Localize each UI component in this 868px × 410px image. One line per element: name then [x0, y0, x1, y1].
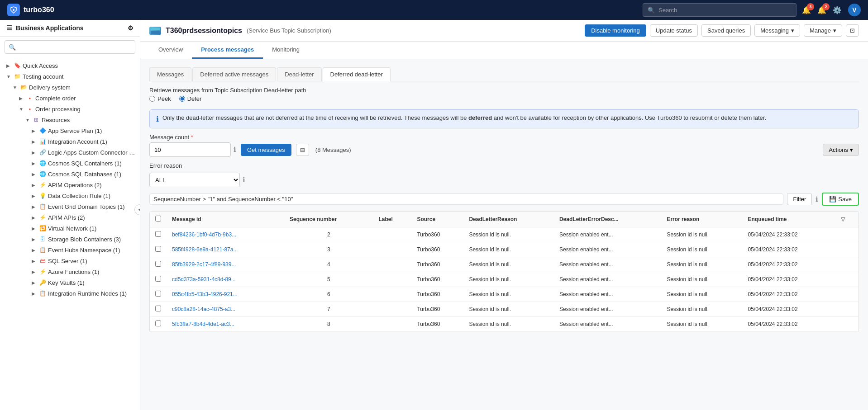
sub-tab-messages[interactable]: Messages — [149, 67, 191, 81]
select-all-checkbox[interactable] — [155, 216, 161, 221]
table-row: 585f4928-6e9a-4121-87a... 3 Turbo360 Ses… — [150, 242, 858, 257]
sidebar-item-key-vaults[interactable]: ▶ 🔑 Key Vaults (1) — [0, 277, 140, 288]
col-filter-icon[interactable]: ▽ — [835, 212, 858, 227]
message-count-section: Message count * ℹ Get messages ⊟ (8 Mess… — [149, 134, 859, 157]
sidebar: ☰ Business Applications ⚙ 🔍 ▶ 🔖 Quick Ac… — [0, 20, 140, 410]
messages-count: (8 Messages) — [315, 146, 351, 153]
error-reason-select[interactable]: ALL — [149, 173, 240, 187]
row-checkbox-cell[interactable] — [150, 287, 167, 302]
row-checkbox-cell[interactable] — [150, 302, 167, 317]
table-row: c90c8a28-14ac-4875-a3... 7 Turbo360 Sess… — [150, 302, 858, 317]
chevron-right-icon: ▶ — [32, 193, 37, 198]
actions-dropdown-button[interactable]: Actions ▾ — [823, 144, 859, 156]
radio-peek-input[interactable] — [149, 96, 155, 102]
sidebar-item-apim-operations[interactable]: ▶ ⚡ APIM Operations (2) — [0, 179, 140, 190]
tab-overview[interactable]: Overview — [149, 42, 192, 59]
messaging-dropdown-button[interactable]: Messaging ▾ — [754, 24, 800, 37]
cell-error-reason: Session id is null. — [661, 257, 742, 272]
sidebar-search[interactable]: 🔍 — [5, 40, 135, 54]
filter-info-button[interactable]: ℹ — [816, 195, 818, 203]
sidebar-item-cosmos-sql-databases[interactable]: ▶ 🌐 Cosmos SQL Databases (1) — [0, 169, 140, 179]
row-checkbox-cell[interactable] — [150, 317, 167, 332]
sidebar-item-order-processing[interactable]: ▼ ● Order processing — [0, 104, 140, 114]
sidebar-item-integration-account[interactable]: ▶ 📊 Integration Account (1) — [0, 136, 140, 147]
message-count-input[interactable] — [149, 142, 231, 157]
sidebar-item-logic-apps-connector[interactable]: ▶ 🔗 Logic Apps Custom Connector (1) — [0, 147, 140, 158]
settings-icon[interactable]: ⚙️ — [833, 6, 842, 14]
notifications-bell-icon[interactable]: 🔔 3 — [802, 6, 811, 14]
cell-action — [835, 257, 858, 272]
sub-tab-deferred-active[interactable]: Deferred active messages — [192, 67, 276, 81]
cell-enqueued-time: 05/04/2024 22:33:02 — [742, 302, 835, 317]
filter-bar — [149, 193, 783, 205]
sidebar-item-app-service-plan[interactable]: ▶ 🔷 App Service Plan (1) — [0, 125, 140, 136]
apim-icon: ⚡ — [39, 181, 46, 189]
tab-monitoring[interactable]: Monitoring — [263, 42, 309, 59]
cell-dead-letter-error-desc: Session enabled ent... — [554, 242, 661, 257]
message-count-info-button[interactable]: ℹ — [234, 146, 236, 154]
row-checkbox-cell[interactable] — [150, 242, 167, 257]
col-label: Label — [373, 212, 412, 227]
sidebar-item-data-collection-rule[interactable]: ▶ 💡 Data Collection Rule (1) — [0, 190, 140, 201]
sidebar-item-testing-account[interactable]: ▼ 📁 Testing account — [0, 71, 140, 82]
sidebar-item-integration-runtime-nodes[interactable]: ▶ 📋 Integration Runtime Nodes (1) — [0, 288, 140, 299]
peek-defer-radio-group: Peek Defer — [149, 95, 859, 102]
sidebar-item-event-hubs-namespace[interactable]: ▶ 📋 Event Hubs Namespace (1) — [0, 245, 140, 255]
resource-title: T360prdsessiontopics — [166, 27, 242, 35]
row-checkbox[interactable] — [155, 261, 161, 267]
disable-monitoring-button[interactable]: Disable monitoring — [585, 24, 646, 37]
sidebar-item-cosmos-sql-containers[interactable]: ▶ 🌐 Cosmos SQL Containers (1) — [0, 158, 140, 169]
get-messages-button[interactable]: Get messages — [241, 144, 291, 156]
row-checkbox[interactable] — [155, 231, 161, 237]
cell-label — [373, 287, 412, 302]
row-checkbox-cell[interactable] — [150, 272, 167, 287]
sidebar-item-quick-access[interactable]: ▶ 🔖 Quick Access — [0, 60, 140, 71]
sidebar-settings-icon[interactable]: ⚙ — [128, 24, 134, 32]
row-checkbox[interactable] — [155, 246, 161, 252]
sidebar-item-sql-server[interactable]: ▶ 🗃 SQL Server (1) — [0, 255, 140, 266]
table-view-toggle-button[interactable]: ⊟ — [296, 144, 309, 156]
radio-defer-input[interactable] — [179, 96, 185, 102]
row-checkbox[interactable] — [155, 276, 161, 282]
sidebar-item-event-grid-domain-topics[interactable]: ▶ 📋 Event Grid Domain Topics (1) — [0, 201, 140, 212]
cell-dead-letter-reason: Session id is null. — [463, 227, 554, 242]
alerts-bell-icon[interactable]: 🔔 2 — [817, 6, 826, 14]
chevron-down-icon: ▾ — [791, 27, 794, 34]
row-checkbox-cell[interactable] — [150, 227, 167, 242]
tab-process-messages[interactable]: Process messages — [192, 42, 263, 59]
row-checkbox[interactable] — [155, 291, 161, 297]
error-reason-info-button[interactable]: ℹ — [243, 176, 245, 184]
sidebar-item-complete-order[interactable]: ▶ ● Complete order — [0, 93, 140, 104]
sidebar-item-resources[interactable]: ▼ ⊞ Resources — [0, 114, 140, 125]
sidebar-item-azure-functions[interactable]: ▶ ⚡ Azure Functions (1) — [0, 266, 140, 277]
cell-message-id: 85fb3929-2c17-4f89-939... — [167, 257, 284, 272]
sidebar-item-delivery-system[interactable]: ▼ 📂 Delivery system — [0, 82, 140, 93]
sidebar-item-label: Cosmos SQL Containers (1) — [48, 160, 136, 167]
save-button[interactable]: 💾 Save — [822, 193, 859, 206]
user-avatar[interactable]: V — [848, 4, 861, 16]
more-options-button[interactable]: ⊡ — [846, 24, 859, 37]
radio-defer[interactable]: Defer — [179, 95, 202, 102]
filter-input[interactable] — [153, 196, 779, 203]
row-checkbox[interactable] — [155, 320, 161, 326]
sidebar-search-icon: 🔍 — [9, 44, 16, 51]
integration-runtime-icon: 📋 — [39, 290, 46, 297]
row-checkbox-cell[interactable] — [150, 257, 167, 272]
radio-peek[interactable]: Peek — [149, 95, 171, 102]
table-row: 5fb3ffa7-8b4d-4de1-ac3... 8 Turbo360 Ses… — [150, 317, 858, 332]
cell-message-id: c90c8a28-14ac-4875-a3... — [167, 302, 284, 317]
sub-tab-dead-letter[interactable]: Dead-letter — [277, 67, 321, 81]
filter-button[interactable]: Filter — [787, 193, 812, 205]
global-search[interactable]: 🔍 Search — [643, 3, 796, 17]
manage-dropdown-button[interactable]: Manage ▾ — [804, 24, 842, 37]
sidebar-item-label: Integration Runtime Nodes (1) — [48, 290, 136, 297]
sidebar-item-apim-apis[interactable]: ▶ ⚡ APIM APIs (2) — [0, 212, 140, 223]
sidebar-item-label: Delivery system — [29, 84, 136, 91]
sidebar-item-storage-blob-containers[interactable]: ▶ 🗄 Storage Blob Containers (3) — [0, 234, 140, 245]
saved-queries-button[interactable]: Saved queries — [701, 24, 751, 37]
sub-tab-deferred-dead-letter[interactable]: Deferred dead-letter — [323, 67, 391, 81]
sidebar-search-input[interactable] — [19, 44, 131, 51]
sidebar-item-virtual-network[interactable]: ▶ 🔁 Virtual Network (1) — [0, 223, 140, 234]
row-checkbox[interactable] — [155, 306, 161, 311]
update-status-button[interactable]: Update status — [650, 24, 698, 37]
